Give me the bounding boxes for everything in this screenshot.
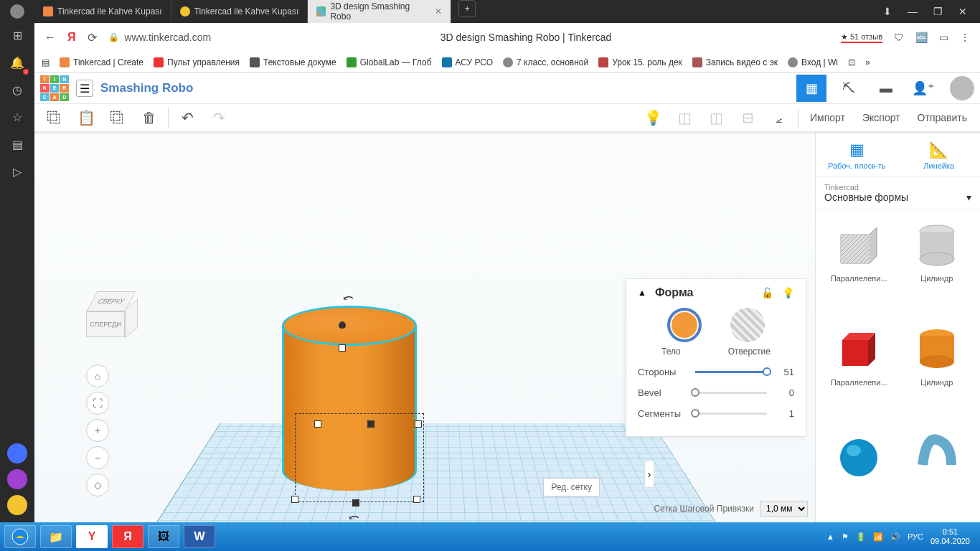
design-list-button[interactable]: ☰: [76, 80, 93, 97]
word-button[interactable]: W: [184, 525, 215, 548]
user-avatar[interactable]: [950, 76, 974, 100]
volume-icon[interactable]: 🔊: [890, 532, 900, 542]
group-button[interactable]: ◫: [669, 104, 700, 131]
home-view-button[interactable]: ⌂: [86, 364, 109, 387]
viewcube-front[interactable]: СПЕРЕДИ: [86, 311, 125, 337]
shape-tile-cylinder-hole[interactable]: Цилиндр: [900, 217, 975, 315]
zoom-out-button[interactable]: −: [86, 446, 109, 469]
library-category[interactable]: Tinkercad Основные формы▾: [816, 176, 980, 209]
send-button[interactable]: Отправить: [909, 112, 976, 123]
slider-knob[interactable]: [763, 367, 771, 376]
property-value[interactable]: 0: [774, 387, 794, 398]
rotate-arc-icon[interactable]: ⤺: [343, 290, 354, 306]
browser-tab[interactable]: Tinkercad ile Kahve Kupası: [34, 0, 171, 23]
ruler-tool[interactable]: 📐Линейка: [898, 133, 981, 176]
collapse-icon[interactable]: ▲: [638, 288, 646, 298]
shape-tile-box-red[interactable]: Параллелепи...: [821, 321, 897, 419]
bulb-icon[interactable]: 💡: [782, 287, 794, 298]
redo-button[interactable]: ↷: [203, 104, 235, 131]
shape-tile-tube-blue[interactable]: [900, 425, 975, 515]
resize-handle[interactable]: [413, 496, 420, 503]
maximize-button[interactable]: ❐: [933, 6, 943, 17]
segments-slider[interactable]: [695, 413, 767, 415]
delete-button[interactable]: 🗑: [133, 104, 165, 131]
shape-tile-box-hole[interactable]: Параллелепи...: [821, 217, 897, 315]
hole-mode-button[interactable]: [730, 308, 765, 342]
translate-icon[interactable]: 🔤: [915, 32, 928, 43]
app-button[interactable]: 🖼: [148, 525, 179, 548]
flag-icon[interactable]: ⚑: [842, 532, 849, 542]
resize-handle[interactable]: [415, 420, 422, 428]
rotate-arc-icon[interactable]: ⤺: [349, 509, 359, 522]
lego-mode-button[interactable]: ▬: [871, 75, 901, 102]
play-icon[interactable]: ▷: [9, 164, 25, 179]
blocks-mode-button[interactable]: ▦: [796, 75, 826, 102]
bookmark-item[interactable]: Запись видео с эк: [692, 57, 778, 67]
shield-icon[interactable]: 🛡: [894, 32, 904, 43]
start-button[interactable]: [4, 525, 36, 548]
browser-tab[interactable]: Tinkercad ile Kahve Kupası: [171, 0, 308, 23]
reviews-badge[interactable]: ★ 51 отзыв: [841, 32, 882, 43]
bookmark-item[interactable]: Вход | Wi: [788, 57, 838, 67]
invite-button[interactable]: 👤⁺: [908, 75, 938, 102]
property-value[interactable]: 1: [774, 408, 794, 419]
expand-library-button[interactable]: ›: [644, 461, 654, 488]
download-icon[interactable]: ⬇: [883, 6, 892, 17]
midpoint-handle[interactable]: [352, 499, 359, 507]
sides-slider[interactable]: [695, 371, 767, 373]
viewport[interactable]: Рабоч. плоск-ть ⤺ ⤺ СВЕРХУ СПЕРЕДИ: [34, 133, 815, 522]
ortho-button[interactable]: ◇: [86, 474, 109, 496]
tinkercad-logo[interactable]: TINKERCAD: [40, 75, 69, 101]
workplane-tool[interactable]: ▦Рабоч. плоск-ть: [816, 133, 898, 176]
copy-button[interactable]: ⿻: [39, 104, 70, 131]
import-button[interactable]: Импорт: [801, 112, 854, 123]
explorer-button[interactable]: 📁: [40, 525, 72, 548]
slider-knob[interactable]: [691, 388, 699, 397]
history-icon[interactable]: ◷: [9, 82, 25, 98]
bookmark-item[interactable]: Tinkercad | Create: [60, 57, 143, 67]
resize-handle[interactable]: [291, 496, 298, 503]
mirror-button[interactable]: ⦟: [763, 104, 795, 131]
snap-select[interactable]: 1,0 мм: [760, 501, 808, 517]
bevel-slider[interactable]: [695, 392, 767, 394]
bell-icon[interactable]: 🔔: [9, 55, 25, 70]
bookmark-item[interactable]: Урок 15. роль дек: [598, 57, 682, 67]
zoom-in-button[interactable]: +: [86, 419, 109, 442]
export-button[interactable]: Экспорт: [854, 112, 909, 123]
back-button[interactable]: ←: [44, 31, 56, 44]
view-cube[interactable]: СВЕРХУ СПЕРЕДИ: [86, 291, 136, 342]
sidebar-app[interactable]: [7, 443, 27, 463]
more-bookmarks-icon[interactable]: »: [865, 57, 870, 67]
bookmark-item[interactable]: Текстовые докуме: [250, 57, 336, 67]
shape-tile-sphere-blue[interactable]: [821, 425, 897, 515]
yandex-app-button[interactable]: Я: [112, 525, 143, 548]
property-value[interactable]: 51: [774, 367, 794, 377]
document-title[interactable]: Smashing Robo: [100, 81, 193, 95]
collections-icon[interactable]: ▤: [9, 136, 25, 152]
yandex-button[interactable]: Я: [67, 31, 76, 44]
tray-icon[interactable]: ▲: [826, 532, 834, 541]
profile-avatar[interactable]: [10, 4, 24, 19]
cylinder-top[interactable]: [282, 306, 417, 346]
paste-button[interactable]: 📋: [70, 104, 102, 131]
height-handle[interactable]: [339, 321, 346, 329]
network-icon[interactable]: 📶: [873, 532, 883, 542]
bookmark-menu-icon[interactable]: ▤: [42, 57, 50, 67]
shape-tile-cylinder-orange[interactable]: Цилиндр: [900, 321, 975, 419]
solid-mode-button[interactable]: [667, 308, 702, 342]
minecraft-mode-button[interactable]: ⛏: [834, 75, 864, 102]
clock[interactable]: 0:5109.04.2020: [930, 527, 970, 546]
lock-icon[interactable]: 🔓: [761, 287, 773, 298]
close-button[interactable]: ✕: [958, 6, 967, 17]
bookmark-item[interactable]: GlobalLab — Глоб: [347, 57, 432, 67]
new-tab-button[interactable]: +: [458, 0, 476, 17]
yandex-button[interactable]: Y: [76, 525, 108, 548]
bookmark-item[interactable]: АСУ РСО: [442, 57, 494, 67]
language-indicator[interactable]: РУС: [908, 532, 923, 541]
undo-button[interactable]: ↶: [171, 104, 203, 131]
resize-handle[interactable]: [339, 344, 346, 352]
align-button[interactable]: ⊟: [732, 104, 763, 131]
bookmark-item[interactable]: 7 класс, основной: [503, 57, 588, 67]
bulb-icon[interactable]: 💡: [637, 104, 669, 131]
ungroup-button[interactable]: ◫: [700, 104, 732, 131]
